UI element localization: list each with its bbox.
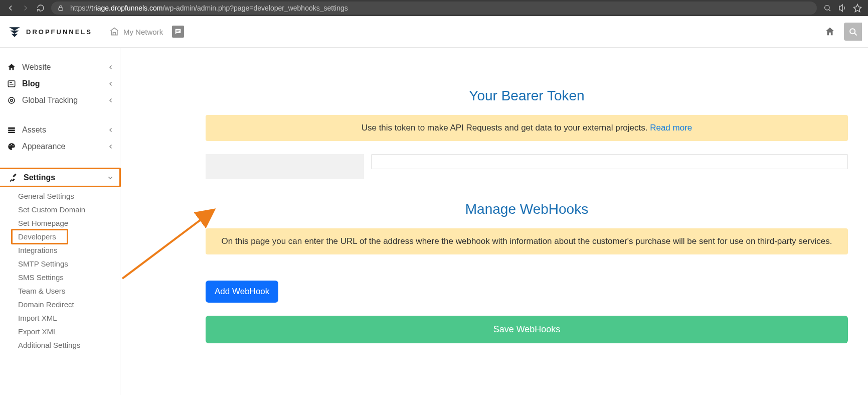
palette-icon [6,142,17,151]
chevron-left-icon [108,64,114,70]
chat-icon[interactable] [172,26,184,38]
brand-text: DROPFUNNELS [26,28,92,36]
submenu-custom-domain[interactable]: Set Custom Domain [18,203,120,216]
reload-icon[interactable] [33,1,48,16]
logo-mark-icon [8,25,21,38]
sidebar-item-settings[interactable]: Settings [2,169,119,186]
chevron-down-icon [107,175,113,181]
assets-icon [6,125,17,135]
submenu-sms[interactable]: SMS Settings [18,271,120,284]
zoom-icon[interactable] [820,1,835,16]
svg-point-12 [11,144,12,145]
sidebar-settings-highlight: Settings [0,168,121,187]
submenu-integrations[interactable]: Integrations [18,243,120,257]
sidebar-item-website[interactable]: Website [0,59,120,75]
sidebar: Website Blog Global Tracking [0,48,120,395]
sidebar-item-label: Global Tracking [22,96,108,105]
brand-logo[interactable]: DROPFUNNELS [8,25,92,38]
sidebar-item-blog[interactable]: Blog [0,75,120,92]
submenu-redirect[interactable]: Domain Redirect [18,298,120,311]
submenu-team[interactable]: Team & Users [18,284,120,298]
bearer-notice-text: Use this token to make API Requests and … [362,123,650,133]
sidebar-item-label: Blog [22,79,108,88]
favorite-icon[interactable] [850,1,865,16]
lock-icon [56,4,65,13]
chevron-left-icon [108,81,114,87]
webhooks-notice: On this page you can enter the URL of th… [206,228,848,254]
browser-chrome: https://triage.dropfunnels.com/wp-admin/… [0,0,868,16]
submenu-developers[interactable]: Developers [18,230,63,243]
my-network-label: My Network [123,28,163,36]
search-button[interactable] [844,23,862,41]
token-row [206,154,848,179]
svg-point-13 [13,145,14,146]
bearer-token-title: Your Bearer Token [206,88,848,104]
svg-point-4 [850,29,855,34]
home-button[interactable] [821,23,839,41]
app-top-bar: DROPFUNNELS My Network [0,16,868,48]
svg-rect-3 [177,31,179,32]
tools-icon [8,173,19,182]
token-value-blurred [206,154,364,179]
sidebar-item-assets[interactable]: Assets [0,121,120,138]
chevron-left-icon [108,144,114,150]
svg-rect-0 [59,8,63,10]
read-aloud-icon[interactable] [835,1,850,16]
sidebar-item-label: Website [22,63,108,72]
svg-rect-10 [8,131,15,133]
add-webhook-button[interactable]: Add WebHook [206,281,278,303]
submenu-homepage[interactable]: Set Homepage [18,216,120,230]
svg-point-7 [11,99,13,101]
svg-rect-2 [177,30,180,31]
house-icon [6,63,17,72]
chevron-left-icon [108,97,114,103]
target-icon [6,96,17,105]
submenu-additional[interactable]: Additional Settings [18,338,120,352]
sidebar-item-global-tracking[interactable]: Global Tracking [0,92,120,108]
submenu-general[interactable]: General Settings [18,189,120,203]
svg-rect-8 [8,127,15,128]
svg-point-11 [10,145,11,146]
manage-webhooks-title: Manage WebHooks [206,201,848,217]
submenu-export-xml[interactable]: Export XML [18,325,120,338]
read-more-link[interactable]: Read more [650,123,692,133]
my-network-link[interactable]: My Network [109,27,163,37]
main-content: Your Bearer Token Use this token to make… [120,48,868,395]
back-icon[interactable] [3,1,18,16]
url-text: https://triage.dropfunnels.com/wp-admin/… [70,4,812,12]
svg-point-1 [825,6,829,10]
submenu-smtp[interactable]: SMTP Settings [18,257,120,271]
submenu-import-xml[interactable]: Import XML [18,311,120,325]
network-icon [109,27,119,37]
sidebar-item-appearance[interactable]: Appearance [0,138,120,155]
address-bar[interactable]: https://triage.dropfunnels.com/wp-admin/… [51,2,817,15]
save-webhooks-button[interactable]: Save WebHooks [206,316,848,343]
sidebar-item-label: Settings [24,173,107,182]
sidebar-item-label: Assets [22,125,108,135]
svg-point-6 [9,97,15,103]
bearer-notice: Use this token to make API Requests and … [206,115,848,141]
blog-icon [6,79,17,88]
settings-submenu: General Settings Set Custom Domain Set H… [0,187,120,352]
chevron-left-icon [108,127,114,133]
forward-icon [18,1,33,16]
token-input[interactable] [371,154,848,169]
content-panel: Your Bearer Token Use this token to make… [196,77,858,343]
sidebar-item-label: Appearance [22,142,108,151]
svg-rect-9 [8,129,15,131]
